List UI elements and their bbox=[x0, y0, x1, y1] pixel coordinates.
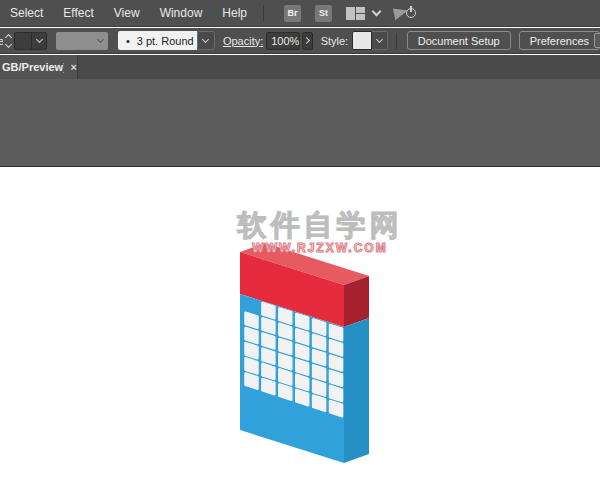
width-profile-chevron-icon bbox=[97, 36, 104, 43]
menu-window[interactable]: Window bbox=[150, 0, 213, 27]
document-setup-button[interactable]: Document Setup bbox=[407, 31, 511, 50]
brush-definition-dropdown[interactable]: • 3 pt. Round bbox=[118, 31, 215, 50]
width-profile-dropdown[interactable] bbox=[56, 32, 108, 50]
opacity-value: 100% bbox=[271, 35, 299, 47]
brush-name: 3 pt. Round bbox=[137, 35, 194, 47]
style-label: Style: bbox=[321, 35, 349, 47]
stroke-weight-dropdown[interactable] bbox=[14, 32, 47, 50]
tab-close-icon[interactable]: × bbox=[71, 61, 77, 73]
style-chevron-icon[interactable] bbox=[372, 31, 388, 50]
menu-separator bbox=[263, 5, 264, 21]
opacity-link[interactable]: Opacity: bbox=[223, 35, 263, 47]
illustrator-window: Select Effect View Window Help Br St e: bbox=[0, 0, 600, 493]
menu-select[interactable]: Select bbox=[0, 0, 53, 27]
brush-preview-dot: • bbox=[126, 35, 130, 47]
document-tab[interactable]: GB/Preview) × bbox=[0, 55, 78, 79]
workspace-chevron-down-icon[interactable] bbox=[372, 6, 382, 16]
stepper-up-icon[interactable] bbox=[5, 33, 12, 40]
controlbar-separator bbox=[396, 33, 397, 49]
stock-button[interactable]: St bbox=[315, 5, 332, 22]
bridge-button[interactable]: Br bbox=[284, 5, 301, 22]
style-swatch[interactable] bbox=[352, 31, 372, 50]
preferences-button[interactable]: Preferences bbox=[519, 31, 600, 50]
menu-bar: Select Effect View Window Help Br St bbox=[0, 0, 600, 27]
workspace-switcher-icon[interactable] bbox=[346, 7, 365, 20]
brush-chevron-icon[interactable] bbox=[197, 31, 215, 50]
control-bar: e: • 3 pt. Round Opacity: 100% Style: bbox=[0, 28, 600, 54]
menu-view[interactable]: View bbox=[104, 0, 150, 27]
stroke-weight-stepper[interactable] bbox=[5, 32, 13, 50]
stroke-label-fragment: e: bbox=[0, 35, 3, 47]
opacity-input[interactable]: 100% bbox=[266, 32, 300, 50]
document-tab-bar: GB/Preview) × bbox=[0, 55, 600, 79]
gpu-performance-icon[interactable] bbox=[394, 5, 416, 21]
calendar-illustration bbox=[235, 235, 375, 470]
stepper-down-icon[interactable] bbox=[5, 40, 12, 47]
clipped-edge-control bbox=[594, 33, 600, 48]
opacity-expand-button[interactable] bbox=[302, 32, 312, 50]
menu-effect[interactable]: Effect bbox=[53, 0, 103, 27]
stroke-weight-chevron-icon[interactable] bbox=[31, 32, 46, 50]
document-tab-label: GB/Preview) bbox=[2, 61, 64, 73]
menu-help[interactable]: Help bbox=[212, 0, 257, 27]
pasteboard[interactable] bbox=[0, 79, 600, 167]
style-dropdown[interactable] bbox=[352, 31, 388, 50]
